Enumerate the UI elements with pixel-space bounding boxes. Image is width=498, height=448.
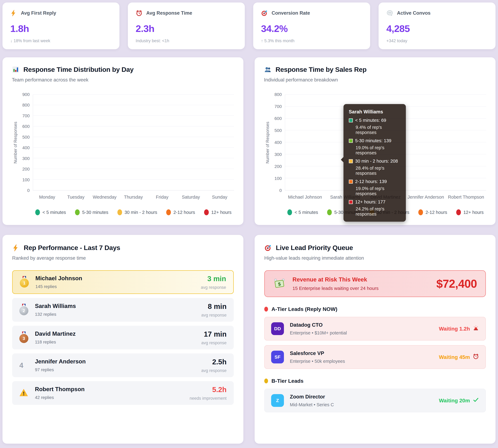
lead-info: Zoom DirectorMid-Market • Series C [290, 394, 334, 407]
chart-title-by-rep: Response Time by Sales Rep [264, 66, 486, 73]
x-tick-label: Jennifer Anderson [406, 194, 446, 200]
rep-metric: 5.2hneeds improvement [189, 385, 226, 401]
leaderboard-row[interactable]: 2Sarah Williams132 replies8 minavg respo… [12, 298, 234, 322]
bar-chart-icon [12, 66, 19, 73]
queue-sections: A-Tier Leads (Reply NOW)DDDatadog CTOEnt… [264, 306, 486, 412]
chart-title-text: Response Time Distribution by Day [23, 66, 134, 73]
kpi-card: Avg First Reply1.8h↓ 18% from last week [2, 2, 120, 49]
legend-item[interactable]: 5-30 minutes [75, 209, 108, 215]
revenue-at-risk-alert: $ Revenue at Risk This Week 15 Enterpris… [264, 270, 486, 297]
bottom-row: Rep Performance - Last 7 Days Ranked by … [2, 235, 496, 444]
avg-response-value: 17 min [201, 330, 226, 338]
rep-info: Robert Thompson42 replies [35, 386, 85, 400]
legend-item[interactable]: 2-12 hours [418, 209, 447, 215]
rep-replies: 118 replies [35, 340, 76, 345]
lead-wait-status: Waiting 1.2h [439, 325, 479, 332]
tier-section-header: B-Tier Leads [264, 378, 486, 384]
legend-swatch-icon [166, 209, 171, 215]
x-tick-label: Saturday [176, 194, 205, 200]
tooltip-row-pct: 24.2% of rep's responses [356, 206, 401, 217]
leaderboard-row[interactable]: 4Jennifer Anderson97 replies2.5havg resp… [12, 353, 234, 377]
check-mark-icon [473, 397, 479, 404]
rank-cell: 4 [19, 361, 35, 369]
kpi-label: Active Convos [397, 10, 430, 16]
tooltip-row-pct: 9.4% of rep's responses [356, 125, 401, 135]
lead-avatar: Z [271, 394, 284, 407]
wait-time: Waiting 20m [439, 398, 470, 404]
leaderboard-row[interactable]: 3David Martinez118 replies17 minavg resp… [12, 326, 234, 349]
tooltip-row: 30 min - 2 hours: 208 [349, 159, 401, 164]
lead-name: Datadog CTO [290, 322, 347, 328]
leaderboard-row[interactable]: 1Michael Johnson145 replies3 minavg resp… [12, 270, 234, 294]
lead-card[interactable]: ZZoom DirectorMid-Market • Series CWaiti… [264, 389, 486, 412]
panel-title-text: Rep Performance - Last 7 Days [24, 244, 120, 252]
alert-text: Revenue at Risk This Week 15 Enterprise … [292, 276, 378, 291]
alert-subtitle: 15 Enterprise leads waiting over 24 hour… [292, 286, 378, 291]
lead-wait-status: Waiting 20m [439, 397, 479, 404]
lead-card[interactable]: SFSalesforce VPEnterprise • 50k employee… [264, 345, 486, 369]
kpi-card: Active Convos4,285+342 today [378, 2, 496, 49]
tooltip-row-label: 2-12 hours: 139 [355, 179, 387, 184]
leaderboard-row[interactable]: Robert Thompson42 replies5.2hneeds impro… [12, 381, 234, 405]
tooltip-swatch-icon [349, 180, 353, 184]
tooltip-row-pct: 19.0% of rep's responses [356, 186, 401, 196]
rep-name: Jennifer Anderson [35, 358, 86, 365]
lead-card[interactable]: DDDatadog CTOEnterprise • $10M+ potentia… [264, 317, 486, 340]
x-tick-label: Wednesday [90, 194, 119, 200]
kpi-sub: +342 today [386, 38, 488, 43]
avg-response-label: needs improvement [189, 396, 226, 401]
legend-item[interactable]: 12+ hours [204, 209, 232, 215]
alarm-clock-icon [473, 353, 479, 361]
tier-section-header: A-Tier Leads (Reply NOW) [264, 306, 486, 312]
tooltip-row-pct: 28.4% of rep's responses [356, 166, 401, 176]
kpi-label: Avg First Reply [21, 10, 56, 16]
legend-label: 2-12 hours [173, 210, 195, 215]
legend-item[interactable]: < 5 minutes [287, 209, 318, 215]
kpi-value: 1.8h [10, 23, 112, 34]
legend-item[interactable]: 2-12 hours [166, 209, 195, 215]
target-icon [261, 10, 268, 16]
legend-item[interactable]: 12+ hours [456, 209, 484, 215]
avg-response-value: 5.2h [189, 385, 226, 394]
revenue-amount: $72,400 [436, 277, 477, 290]
chart-subtitle: Team performance across the week [12, 77, 234, 83]
leaderboard-list: 1Michael Johnson145 replies3 minavg resp… [12, 270, 234, 405]
lightning-icon [10, 10, 17, 16]
legend-label: < 5 minutes [42, 210, 66, 215]
legend-label: < 5 minutes [294, 210, 318, 215]
kpi-value: 2.3h [136, 23, 237, 34]
lead-details: Enterprise • $10M+ potential [290, 330, 347, 336]
avg-response-value: 3 min [201, 274, 226, 283]
rep-performance-panel: Rep Performance - Last 7 Days Ranked by … [2, 235, 243, 444]
legend-item[interactable]: < 5 minutes [35, 209, 66, 215]
silver-medal-icon: 2 [19, 306, 28, 315]
rep-info: David Martinez118 replies [35, 331, 76, 345]
kpi-sub: ↓ 18% from last week [10, 38, 112, 43]
kpi-label-row: Avg First Reply [10, 10, 112, 16]
x-tick-label: Thursday [119, 194, 148, 200]
lead-wait-status: Waiting 45m [439, 353, 479, 361]
legend-swatch-icon [35, 209, 40, 215]
tooltip-row: 2-12 hours: 139 [349, 179, 401, 184]
y-axis: 8007006005004003002001000 [271, 95, 285, 191]
rep-replies: 132 replies [35, 312, 76, 317]
tooltip-row: < 5 minutes: 69 [349, 118, 401, 123]
rep-metric: 2.5havg response [201, 358, 226, 373]
alarm-clock-icon [136, 10, 142, 16]
lead-queue-subtitle: High-value leads requiring immediate att… [264, 255, 486, 261]
legend-label: 30 min - 2 hours [125, 210, 157, 215]
target-icon [264, 244, 272, 252]
chart-card-by-day: Response Time Distribution by Day Team p… [2, 57, 243, 225]
legend-swatch-icon [75, 209, 80, 215]
tier-dot-icon [264, 307, 268, 312]
rep-replies: 42 replies [35, 395, 85, 400]
legend-swatch-icon [287, 209, 292, 215]
plot-area: Sarah Williams< 5 minutes: 699.4% of rep… [285, 95, 486, 191]
kpi-label-row: Conversion Rate [261, 10, 362, 16]
legend-label: 12+ hours [464, 210, 484, 215]
tooltip-row-label: 5-30 minutes: 139 [355, 138, 391, 143]
chart-by-rep: Number of Responses 80070060050040030020… [264, 95, 486, 215]
lightning-icon [12, 244, 20, 252]
legend-label: 2-12 hours [426, 210, 447, 215]
legend-item[interactable]: 30 min - 2 hours [117, 209, 157, 215]
